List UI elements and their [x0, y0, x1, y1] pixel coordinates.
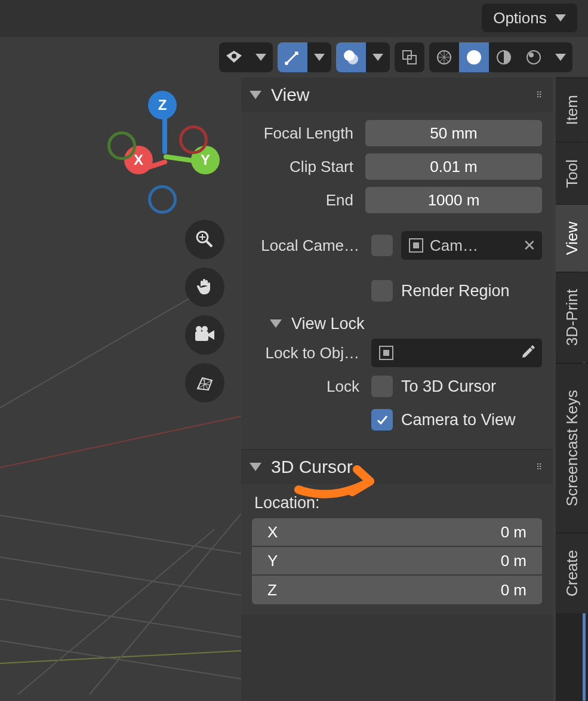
gizmo-neg-x[interactable]: [179, 125, 208, 154]
options-button[interactable]: Options: [482, 4, 577, 32]
matprev-shading-button[interactable]: [489, 42, 519, 72]
tab-3d-print[interactable]: 3D-Print: [556, 272, 588, 362]
visibility-dropdown[interactable]: [249, 42, 273, 72]
perspective-button[interactable]: [185, 363, 224, 402]
render-region-checkbox[interactable]: [371, 280, 393, 302]
section-title: View: [271, 85, 309, 105]
xray-group: [395, 42, 424, 72]
nav-gizmo[interactable]: Z X Y: [107, 90, 227, 221]
svg-rect-15: [195, 331, 208, 341]
gizmo-toggle-button[interactable]: [278, 42, 307, 72]
svg-rect-25: [383, 350, 389, 356]
gizmo-neg-z[interactable]: [148, 185, 177, 214]
local-camera-label: Local Came…: [252, 236, 371, 255]
visibility-group: [219, 42, 273, 72]
section-title: 3D Cursor: [271, 457, 353, 477]
lock-to-object-label: Lock to Obj…: [252, 344, 371, 362]
camera-to-view-option: Camera to View: [401, 411, 516, 429]
tab-item[interactable]: Item: [556, 78, 588, 142]
disclosure-icon: [270, 319, 282, 328]
location-label: Location:: [254, 494, 542, 512]
drag-handle-icon[interactable]: ⠿: [536, 462, 544, 472]
clip-start-label: Clip Start: [252, 158, 365, 176]
location-x-field[interactable]: X0 m: [252, 518, 542, 547]
overlay-toggle-button[interactable]: [336, 42, 366, 72]
camera-view-button[interactable]: [185, 315, 224, 355]
view-section-header[interactable]: View ⠿: [241, 78, 553, 112]
chevron-down-icon: [555, 14, 566, 21]
n-panel: View ⠿ Focal Length 50 mm Clip Start 0.0…: [241, 78, 553, 701]
svg-point-16: [196, 326, 202, 332]
camera-to-view-checkbox[interactable]: [371, 409, 393, 431]
disclosure-icon: [250, 463, 261, 471]
focal-length-field[interactable]: 50 mm: [365, 120, 542, 146]
svg-point-10: [529, 53, 534, 57]
clip-start-field[interactable]: 0.01 m: [365, 153, 542, 180]
tab-view[interactable]: View: [556, 204, 588, 272]
local-camera-field[interactable]: Cam… ✕: [401, 231, 542, 260]
overlay-group: [336, 42, 390, 72]
svg-point-1: [285, 62, 288, 65]
location-vector: X0 m Y0 m Z0 m: [252, 518, 542, 604]
lock-3d-cursor-option: To 3D Cursor: [401, 377, 496, 396]
overlay-dropdown[interactable]: [366, 42, 390, 72]
gizmo-z-axis[interactable]: Z: [148, 91, 177, 119]
svg-rect-23: [413, 242, 419, 248]
lock-label: Lock: [252, 377, 371, 396]
shading-group: [429, 42, 572, 72]
eyedropper-icon[interactable]: [521, 344, 536, 362]
svg-line-12: [207, 241, 212, 247]
svg-point-0: [232, 54, 236, 59]
viewport-header-toolbar: [0, 41, 588, 74]
tab-screencast-keys[interactable]: Screencast Keys: [556, 363, 588, 533]
object-data-icon: [377, 344, 395, 362]
visibility-button[interactable]: [219, 42, 249, 72]
disclosure-icon: [250, 91, 261, 99]
gizmo-dropdown[interactable]: [307, 42, 331, 72]
gizmo-neg-y[interactable]: [107, 131, 136, 160]
svg-point-7: [467, 50, 481, 64]
lock-3d-cursor-checkbox[interactable]: [371, 376, 393, 397]
render-region-label: Render Region: [401, 282, 510, 300]
lock-to-object-field[interactable]: [371, 339, 542, 367]
gizmo-group: [278, 42, 331, 72]
tab-create[interactable]: Create: [556, 533, 588, 613]
xray-button[interactable]: [395, 42, 424, 72]
shading-dropdown[interactable]: [549, 42, 572, 72]
clip-end-label: End: [252, 191, 365, 210]
svg-point-9: [527, 51, 540, 64]
view-lock-header[interactable]: View Lock: [252, 309, 542, 338]
svg-point-3: [347, 54, 358, 64]
focal-length-label: Focal Length: [252, 124, 365, 143]
location-z-field[interactable]: Z0 m: [252, 576, 542, 604]
drag-handle-icon[interactable]: ⠿: [536, 90, 544, 100]
clear-icon[interactable]: ✕: [523, 236, 536, 255]
tab-tool[interactable]: Tool: [556, 142, 588, 205]
location-y-field[interactable]: Y0 m: [252, 547, 542, 576]
wireframe-shading-button[interactable]: [429, 42, 459, 72]
rendered-shading-button[interactable]: [519, 42, 549, 72]
clip-end-field[interactable]: 1000 m: [365, 187, 542, 213]
local-camera-checkbox[interactable]: [371, 235, 393, 256]
local-camera-value: Cam…: [430, 236, 518, 255]
cursor-section-header[interactable]: 3D Cursor ⠿: [241, 450, 553, 484]
svg-point-17: [202, 326, 208, 332]
options-label: Options: [493, 9, 547, 27]
pan-button[interactable]: [185, 268, 224, 307]
view-lock-title: View Lock: [291, 315, 365, 333]
zoom-button[interactable]: [185, 220, 224, 259]
object-data-icon: [407, 236, 425, 254]
solid-shading-button[interactable]: [459, 42, 489, 72]
header-bar: Options: [0, 0, 588, 37]
n-panel-tabs: Item Tool View 3D-Print Screencast Keys …: [556, 78, 588, 701]
